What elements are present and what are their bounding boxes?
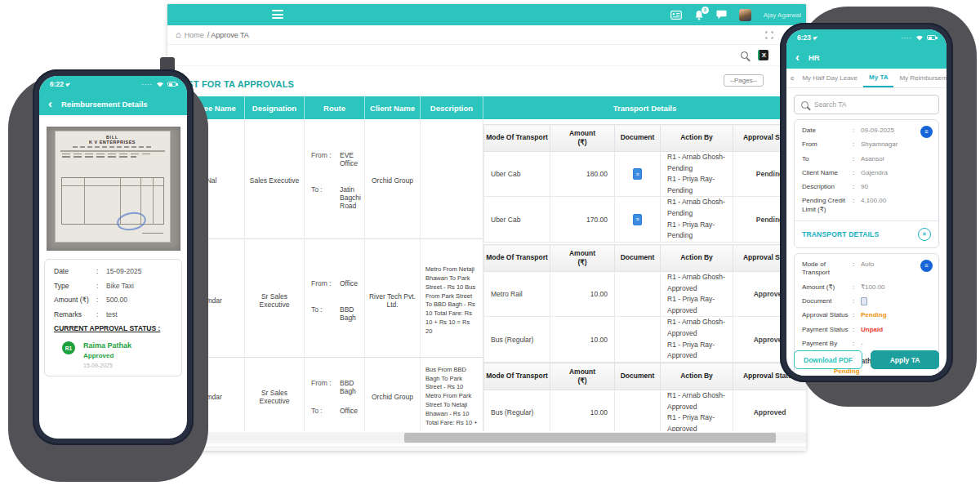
transport-details-cell: Mode Of Transport Amount(₹) Document Act…	[483, 358, 806, 431]
client-name-cell: Orchid Group	[365, 119, 421, 243]
route-to-value: Office	[340, 407, 358, 415]
mode-label: Mode of Transport	[802, 261, 853, 278]
actions-icon[interactable]: ≡	[920, 126, 933, 138]
tab-partial[interactable]: e	[788, 69, 796, 87]
designation-cell: Sales Executive	[245, 119, 305, 243]
credit-limit-label: Pending Credit Limit (₹)	[802, 197, 853, 215]
date-value: 09-09-2025	[861, 127, 894, 136]
excel-export-icon[interactable]: X	[758, 50, 768, 60]
pages-dropdown[interactable]: --Pages--	[724, 74, 764, 87]
search-input[interactable]	[814, 100, 932, 109]
col-description: Description	[421, 96, 483, 119]
bottom-buttons: Download PDF Apply TA	[794, 350, 939, 369]
actions-icon[interactable]: ≡	[920, 260, 933, 272]
client-name-cell: River Tech Pvt. Ltd.	[365, 239, 421, 363]
document-cell	[615, 317, 661, 362]
route-from-value: EVE Office	[340, 151, 361, 167]
document-file-icon[interactable]: ≡	[633, 214, 642, 225]
scrollbar-thumb[interactable]	[404, 433, 776, 443]
route-to-label: To :	[311, 407, 333, 415]
id-card-icon[interactable]	[670, 11, 682, 20]
amount-cell: 10.00	[550, 272, 615, 317]
date-value: 15-09-2025	[106, 267, 141, 275]
download-pdf-button[interactable]: Download PDF	[794, 350, 862, 369]
route-to-label: To :	[311, 305, 333, 322]
sub-col-document: Document	[615, 245, 661, 272]
mode-cell: Uber Cab	[484, 197, 550, 242]
sub-col-action-by: Action By	[661, 245, 733, 272]
mode-cell: Uber Cab	[484, 152, 550, 197]
col-transport-details: Transport Details	[483, 96, 806, 119]
client-value: Gajendra	[861, 169, 888, 178]
back-icon[interactable]: ‹	[795, 52, 800, 62]
action-by-cell: R1 - Arnab Ghosh- ApprovedR1 - Priya Ray…	[661, 272, 733, 317]
notifications-bell-icon[interactable]: 3	[694, 10, 704, 20]
payment-status-value: Unpaid	[861, 326, 883, 335]
approval-status-value: Pending	[861, 311, 887, 320]
collapse-chevron-icon[interactable]: «	[918, 228, 931, 241]
approver-item: R1 Raima Pathak Approved 15-09-2025	[54, 341, 172, 368]
wifi-icon	[156, 81, 164, 87]
transport-row: Uber Cab 170.00 ≡ R1 - Arnab Ghosh- Pend…	[484, 197, 807, 242]
transport-sub-table: Mode Of Transport Amount(₹) Document Act…	[483, 363, 806, 431]
top-navbar: 3 Ajay Agarwal	[167, 4, 806, 25]
tab-my-ta[interactable]: My TA	[863, 69, 893, 87]
breadcrumb-home-label[interactable]: Home	[185, 31, 204, 39]
transport-details-section[interactable]: TRANSPORT DETAILS «	[795, 220, 938, 247]
transport-details-title: TRANSPORT DETAILS	[802, 230, 879, 238]
mode-cell: Bus (Regular)	[484, 390, 550, 432]
approver-name: Raima Pathak	[83, 341, 131, 350]
table-toolbar: X	[167, 45, 806, 66]
document-file-icon[interactable]: ≡	[633, 168, 642, 180]
route-from-value: BBD Bagh	[340, 379, 361, 395]
user-avatar[interactable]	[739, 9, 751, 21]
bill-photo[interactable]: BILL K V ENTERPRISES	[47, 127, 180, 251]
to-label: To	[802, 155, 853, 164]
transport-row: Bus (Regular) 10.00 R1 - Arnab Ghosh- Ap…	[484, 317, 807, 362]
chat-icon[interactable]	[716, 10, 727, 20]
tab-my-reimbursements[interactable]: My Reimbursements	[893, 69, 947, 87]
amount-value: ₹100.00	[861, 283, 885, 292]
search-box[interactable]	[794, 95, 939, 114]
bill-table-lines	[61, 177, 164, 225]
transport-sub-table: Mode Of Transport Amount(₹) Document Act…	[483, 124, 806, 243]
home-icon[interactable]: ⌂	[176, 30, 181, 39]
wifi-icon	[915, 34, 924, 41]
battery-icon	[167, 82, 176, 87]
sub-col-mode: Mode Of Transport	[484, 125, 550, 152]
apply-ta-button[interactable]: Apply TA	[871, 350, 939, 369]
right-phone-frame: 6:23 ···· ‹ HR e My Half Day Leave My TA…	[780, 23, 953, 382]
fullscreen-expand-icon[interactable]	[765, 31, 773, 41]
search-icon	[801, 101, 808, 109]
topbar-actions: 3 Ajay Agarwal	[670, 4, 801, 25]
amount-label: Amount (₹)	[54, 296, 96, 304]
hamburger-menu-icon[interactable]	[272, 10, 283, 20]
description-label: Description	[802, 183, 853, 192]
document-file-icon[interactable]	[861, 297, 867, 305]
document-cell	[615, 272, 661, 317]
remarks-value: test	[106, 310, 118, 318]
designation-cell: Sr Sales Executive	[245, 239, 305, 363]
type-label: Type	[54, 282, 96, 290]
route-from-label: From :	[311, 279, 333, 287]
approval-status-cell: Approved	[733, 390, 807, 432]
transport-row: Uber Cab 180.00 ≡ R1 - Arnab Ghosh- Pend…	[484, 152, 807, 197]
right-status-time: 6:23	[797, 33, 811, 42]
search-icon[interactable]	[741, 51, 748, 59]
route-cell: From :EVE Office To :Jatin Bagchi Road	[305, 119, 365, 243]
sub-col-document: Document	[615, 125, 661, 152]
route-to-value: BBD Bagh	[340, 305, 361, 322]
description-cell	[421, 119, 483, 243]
horizontal-scrollbar[interactable]	[167, 432, 806, 443]
table-row: a Mojumdar Sr Sales Executive From :BBD …	[167, 358, 806, 431]
date-label: Date	[54, 267, 96, 275]
user-name: Ajay Agarwal	[764, 11, 801, 19]
tab-half-day-leave[interactable]: My Half Day Leave	[796, 69, 863, 87]
route-to-value: Jatin Bagchi Road	[340, 185, 361, 210]
payment-status-label: Payment Status	[802, 326, 853, 335]
client-name-cell: Orchid Group	[365, 358, 421, 431]
back-icon[interactable]: ‹	[48, 99, 52, 109]
description-value: 90	[861, 183, 868, 192]
amount-cell: 10.00	[550, 317, 615, 362]
transport-details-cell: Mode Of Transport Amount(₹) Document Act…	[483, 119, 806, 243]
